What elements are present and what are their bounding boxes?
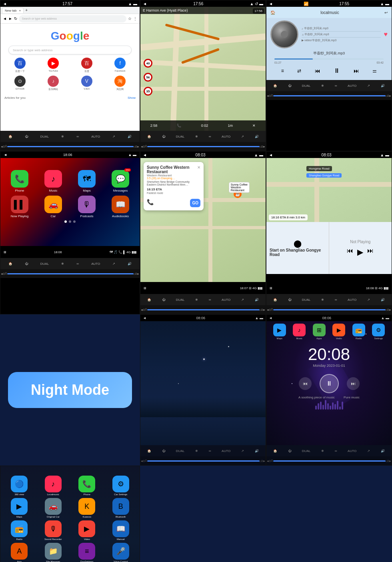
dual-label-5[interactable]: DUAL <box>176 298 184 302</box>
shuffle-icon[interactable]: ⇄ <box>297 68 301 74</box>
app-avin[interactable]: A Avin <box>4 543 35 562</box>
night-app-vedio-8[interactable]: ▶ Vedio <box>332 324 345 340</box>
heart-icon[interactable]: ♥ <box>384 31 388 38</box>
back2-icon-5[interactable]: ◄ <box>140 308 143 311</box>
snowflake-icon-1[interactable]: ❄ <box>61 135 64 138</box>
back2-icon-2[interactable]: ◄ <box>140 145 143 148</box>
loop-icon-8[interactable]: ∞ <box>335 449 337 453</box>
shortcut-music[interactable]: ♪ 音乐网站 <box>38 76 69 91</box>
carplay-app-music[interactable]: ♪ Music <box>38 170 68 192</box>
vol-icon-4[interactable]: 🔊 <box>128 262 132 266</box>
power-icon-3[interactable]: ⏻ <box>288 84 291 88</box>
dot-3[interactable] <box>73 220 76 223</box>
home-icon-2[interactable]: 🏠 <box>147 135 151 138</box>
loop-icon-1[interactable]: ∞ <box>76 135 79 138</box>
fwd-icon-4[interactable]: ► <box>137 272 140 275</box>
forward-icon[interactable]: ► <box>8 16 12 21</box>
nav-icon-1[interactable]: ↗ <box>112 135 115 138</box>
dual-label-7[interactable]: DUAL <box>176 449 184 453</box>
back2-icon-7[interactable]: ◄ <box>140 460 143 462</box>
power-icon-5[interactable]: ⏻ <box>162 298 165 302</box>
vol-icon-5[interactable]: 🔊 <box>255 298 259 302</box>
vol-icon-1[interactable]: 🔊 <box>128 135 132 138</box>
vol-icon-7[interactable]: 🔊 <box>255 449 259 453</box>
prev-icon[interactable]: ⏮ <box>315 68 320 74</box>
app-voice-control[interactable]: 🎤 Voice Control <box>105 543 137 562</box>
volume-slider-8[interactable] <box>273 460 386 462</box>
shortcut-vjex[interactable]: V VJEX <box>71 76 102 91</box>
night-app-settings-8[interactable]: ⚙ Settings <box>372 324 385 340</box>
home-icon-music[interactable]: 🏠 <box>270 10 275 15</box>
shortcut-github[interactable]: ⊙ GITHUB <box>4 76 36 91</box>
go-button[interactable]: GO <box>190 199 200 207</box>
snowflake-icon-4[interactable]: ❄ <box>61 262 64 266</box>
loop-icon-6[interactable]: ∞ <box>335 298 337 302</box>
track-item-1[interactable]: ♪ 半壶纱_刘珂矣.mp3 <box>302 26 381 32</box>
dual-label-3[interactable]: DUAL <box>302 84 310 88</box>
vol-icon-3[interactable]: 🔊 <box>381 84 385 88</box>
dual-label-4[interactable]: DUAL <box>40 262 49 266</box>
back2-icon-6[interactable]: ◄ <box>266 308 269 311</box>
fwd-icon-5[interactable]: ► <box>263 308 266 311</box>
back-icon[interactable]: ◄ <box>3 16 7 21</box>
dual-label-8[interactable]: DUAL <box>302 449 310 453</box>
down-icon-4[interactable]: ↧ <box>5 272 7 275</box>
app-sound-recorder[interactable]: 🎙 Sound Recorder <box>38 520 69 540</box>
carplay-app-podcasts[interactable]: 🎙 Podcasts <box>72 196 102 218</box>
vol-icon-2[interactable]: 🔊 <box>255 135 259 138</box>
night-app-radio-8[interactable]: 📻 Radio <box>352 324 365 340</box>
volume-slider-6[interactable] <box>273 309 386 310</box>
poi-close-icon[interactable]: ✕ <box>197 165 200 170</box>
nav-icon-2[interactable]: ↗ <box>241 135 244 138</box>
loop-icon-4[interactable]: ∞ <box>76 262 79 266</box>
app-bluetooth[interactable]: B Bluetooth <box>105 498 137 518</box>
back2-icon-4[interactable]: ◄ <box>0 272 3 275</box>
ffwd-icon[interactable]: ⏭ <box>367 247 374 257</box>
night-app-music-8[interactable]: ♪ Music <box>293 324 306 340</box>
pause-icon[interactable]: ⏸ <box>334 67 340 74</box>
map-close-icon[interactable]: ✕ <box>252 124 256 128</box>
home-icon-8[interactable]: 🏠 <box>273 449 277 453</box>
browser-tab[interactable]: New tab × <box>2 8 24 13</box>
back-nav-2[interactable]: ◄ <box>143 2 147 6</box>
dual-label-1[interactable]: DUAL <box>40 135 49 138</box>
tab-close-icon[interactable]: × <box>19 9 21 12</box>
next-icon[interactable]: ⏭ <box>354 68 359 74</box>
carplay-app-phone[interactable]: 📞 Phone <box>4 170 35 192</box>
home-icon-4[interactable]: 🏠 <box>8 262 12 266</box>
power-icon-8[interactable]: ⏻ <box>288 449 291 453</box>
track-item-3[interactable]: ▶ video/半壶纱_刘珂矣.mp3 <box>302 38 381 43</box>
volume-slider-3[interactable] <box>273 95 386 96</box>
vol-icon-8[interactable]: 🔊 <box>381 449 385 453</box>
app-original-car[interactable]: 🚗 Original Car <box>38 498 69 518</box>
loop-icon-7[interactable]: ∞ <box>209 449 211 453</box>
app-dsp-settings[interactable]: ≡ DspSettings <box>71 543 103 562</box>
power-icon-7[interactable]: ⏻ <box>162 449 165 453</box>
rewind-icon[interactable]: ⏮ <box>347 247 353 257</box>
dual-label-6[interactable]: DUAL <box>302 298 310 302</box>
dock-grid-icon[interactable]: ⊞ <box>4 250 6 254</box>
pause-btn-8[interactable]: ⏸ <box>320 374 339 393</box>
down-icon-8[interactable]: ↧ <box>271 459 273 462</box>
app-phone[interactable]: 📞 Phone <box>71 476 103 496</box>
nav-icon-4[interactable]: ↗ <box>112 262 115 266</box>
back-nav-6[interactable]: ◄ <box>269 153 273 157</box>
refresh-icon[interactable]: ↻ <box>14 16 17 21</box>
fwd-icon-6[interactable]: ► <box>389 308 392 311</box>
down-icon-2[interactable]: ↧ <box>145 145 147 148</box>
fwd-icon-3[interactable]: ► <box>389 94 392 97</box>
power-icon-4[interactable]: ⏻ <box>25 262 28 266</box>
phone-poi-icon[interactable]: 📞 <box>147 199 154 205</box>
fwd-icon-1[interactable]: ► <box>137 145 140 148</box>
app-localmusic[interactable]: ♪ Localmusic <box>38 476 69 496</box>
nav-icon-8[interactable]: ↗ <box>367 449 370 453</box>
back-nav-7[interactable]: ◄ <box>143 316 146 320</box>
down-icon-5[interactable]: ↧ <box>145 308 147 311</box>
back-nav-4[interactable]: ◄ <box>4 153 7 157</box>
next-btn-8[interactable]: ⏭ <box>347 377 360 390</box>
shortcut-youtube[interactable]: ▶ YouTube <box>38 58 69 73</box>
bookmark-icon[interactable]: ☆ <box>128 16 132 21</box>
shortcut-taobao[interactable]: 淘 淘宝网 <box>105 76 136 91</box>
app-radio[interactable]: 📻 Radio <box>4 520 35 540</box>
down-icon-1[interactable]: ↧ <box>5 145 7 148</box>
